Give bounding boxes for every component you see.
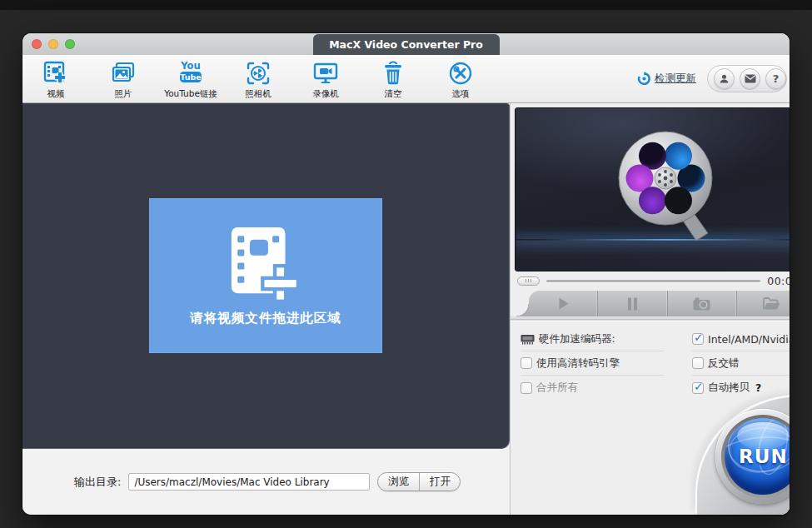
options-row-merge: 合并所有 自动拷贝 ? (521, 376, 790, 400)
open-folder-button[interactable] (736, 291, 790, 316)
toolbar-item-label: 视频 (47, 88, 65, 100)
toolbar-item-label: 选项 (452, 88, 470, 100)
deinterlace-checkbox[interactable] (692, 357, 704, 369)
toolbar: 视频 照片 You (22, 55, 790, 103)
pause-icon (627, 297, 638, 311)
seek-row: 00:00:00 (511, 271, 790, 290)
run-button-corner: RUN (697, 396, 790, 515)
run-button[interactable]: RUN (715, 409, 790, 504)
pause-button[interactable] (597, 291, 666, 316)
content: 请将视频文件拖进此区域 输出目录: 浏览 打开 (22, 103, 790, 515)
folder-icon (763, 297, 780, 311)
video-drop-panel[interactable]: 请将视频文件拖进此区域 (22, 103, 510, 449)
right-panel: 00:00:00 (510, 103, 790, 515)
toolbar-item-label: 清空 (385, 88, 402, 100)
screen-recorder-icon (311, 58, 340, 87)
help-button[interactable]: ? (765, 68, 786, 89)
toolbar-item-video[interactable]: 视频 (29, 58, 82, 100)
film-reel-logo (614, 127, 720, 247)
toolbar-item-options[interactable]: 选项 (434, 58, 487, 100)
deinterlace-label: 反交错 (708, 356, 740, 371)
refresh-icon (637, 72, 651, 86)
hardware-checkbox[interactable] (692, 333, 704, 345)
output-directory-input[interactable] (128, 473, 370, 491)
titlebar: MacX Video Converter Pro (22, 33, 790, 55)
question-mark-icon: ? (773, 72, 780, 85)
options-section: 硬件加速编码器: Intel/AMD/Nvidia i 使用高清转码引擎 (511, 321, 790, 400)
app-window: MacX Video Converter Pro 视频 (22, 33, 790, 515)
video-add-icon (42, 58, 69, 87)
merge-checkbox[interactable] (521, 382, 532, 394)
envelope-icon (745, 74, 756, 83)
svg-text:You: You (180, 60, 200, 72)
hd-engine-label: 使用高清转码引擎 (536, 356, 620, 371)
preview-screen (515, 107, 790, 271)
account-button[interactable] (714, 68, 735, 89)
toolbar-item-photo[interactable]: 照片 (97, 58, 150, 100)
toolbar-right: 检测更新 ? (637, 55, 790, 102)
output-buttons: 浏览 打开 (377, 472, 461, 491)
window-title: MacX Video Converter Pro (313, 34, 500, 55)
toolbar-item-label: YouTube链接 (164, 88, 217, 100)
merge-label: 合并所有 (536, 381, 578, 395)
playback-time: 00:00:00 (767, 275, 790, 287)
hd-engine-checkbox[interactable] (521, 357, 532, 369)
auto-copy-label: 自动拷贝 (708, 381, 750, 395)
playback-controls (511, 291, 790, 319)
play-icon (556, 296, 570, 311)
svg-text:Tube: Tube (180, 72, 201, 82)
browse-button[interactable]: 浏览 (378, 473, 419, 491)
check-update-link[interactable]: 检测更新 (637, 72, 696, 86)
output-directory-row: 输出目录: 浏览 打开 (74, 472, 461, 491)
traffic-lights (32, 39, 75, 49)
hardware-encoder-label: 硬件加速编码器: (539, 332, 615, 346)
toolbar-item-camera[interactable]: 照相机 (232, 58, 285, 100)
zoom-window-button[interactable] (65, 39, 75, 49)
contact-button[interactable] (740, 68, 760, 89)
seek-slider-track[interactable] (546, 280, 760, 282)
options-row-hardware: 硬件加速编码器: Intel/AMD/Nvidia i (521, 327, 790, 351)
chip-icon (521, 334, 535, 345)
output-directory-label: 输出目录: (74, 475, 121, 490)
left-column: 请将视频文件拖进此区域 输出目录: 浏览 打开 (22, 103, 510, 515)
trash-icon (381, 58, 406, 87)
hardware-value-label: Intel/AMD/Nvidia (708, 333, 790, 346)
video-add-large-icon (227, 225, 305, 303)
check-update-label: 检测更新 (655, 72, 696, 86)
run-label: RUN (739, 446, 788, 467)
toolbar-item-label: 录像机 (312, 88, 339, 100)
toolbar-tools: 视频 照片 You (22, 55, 487, 102)
minimize-window-button[interactable] (48, 39, 58, 49)
toolbar-item-clear[interactable]: 清空 (366, 58, 420, 100)
auto-copy-help[interactable]: ? (755, 381, 761, 394)
snapshot-button[interactable] (667, 291, 736, 316)
close-window-button[interactable] (32, 39, 42, 49)
desktop-background-strip (0, 0, 812, 10)
toolbar-item-label: 照相机 (245, 88, 271, 100)
photo-icon (110, 58, 137, 87)
playback-tab (529, 291, 790, 316)
person-icon (719, 73, 730, 84)
auto-copy-checkbox[interactable] (692, 382, 704, 394)
bottom-bar: 输出目录: 浏览 打开 (22, 449, 510, 515)
toolbar-item-recorder[interactable]: 录像机 (299, 58, 352, 100)
toolbar-item-label: 照片 (115, 88, 132, 100)
camera-aperture-icon (245, 58, 271, 87)
camera-icon (693, 297, 710, 311)
header-button-group: ? (707, 65, 787, 92)
drop-hint-text: 请将视频文件拖进此区域 (190, 310, 341, 327)
toolbar-item-youtube[interactable]: You Tube YouTube链接 (164, 58, 217, 100)
options-row-engine: 使用高清转码引擎 反交错 (521, 351, 790, 376)
youtube-icon: You Tube (177, 58, 205, 87)
settings-icon (447, 58, 474, 87)
drop-target[interactable]: 请将视频文件拖进此区域 (149, 198, 382, 353)
open-button[interactable]: 打开 (419, 473, 460, 491)
seek-slider-thumb[interactable] (517, 276, 540, 286)
play-button[interactable] (529, 291, 597, 316)
